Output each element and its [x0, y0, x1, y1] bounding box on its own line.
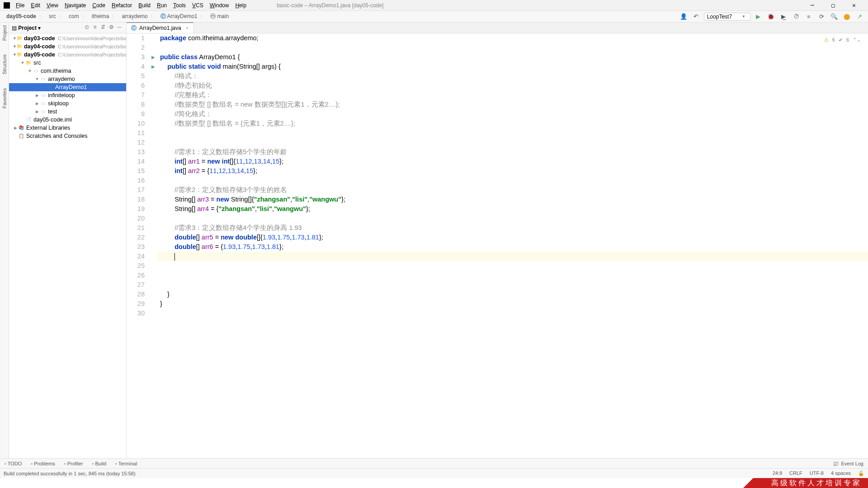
- search-icon[interactable]: 🔍: [829, 12, 839, 22]
- project-view-select[interactable]: ▤ Project ▾: [12, 25, 41, 31]
- code-line-14[interactable]: int[] arr1 = new int[]{11,12,13,14,15};: [157, 157, 868, 166]
- crumb-method[interactable]: ⓜ main: [208, 13, 231, 20]
- crumb-com[interactable]: com〉: [66, 13, 89, 19]
- bottom-tab-terminal[interactable]: ▫ Terminal: [111, 459, 142, 469]
- code-line-8[interactable]: //数据类型 [] 数组名 = new 数据类型[]{元素1，元素2....};: [157, 100, 868, 109]
- close-tab-icon[interactable]: ×: [186, 25, 189, 31]
- code-line-30[interactable]: [157, 309, 868, 318]
- menu-code[interactable]: Code: [89, 0, 108, 11]
- code-line-27[interactable]: [157, 280, 868, 290]
- menu-file[interactable]: File: [13, 0, 28, 11]
- structure-tool-tab[interactable]: Structure: [2, 54, 7, 75]
- file-encoding[interactable]: UTF-8: [810, 470, 824, 476]
- code-line-5[interactable]: //格式：: [157, 71, 868, 81]
- code-line-15[interactable]: int[] arr2 = {11,12,13,14,15};: [157, 166, 868, 176]
- editor-inspections[interactable]: ⚠6 ✔6 ⌃⌄: [824, 35, 861, 45]
- menu-view[interactable]: View: [43, 0, 61, 11]
- menu-window[interactable]: Window: [207, 0, 232, 11]
- code-line-21[interactable]: //需求3：定义数组存储4个学生的身高 1.93: [157, 223, 868, 233]
- code-line-1[interactable]: package com.itheima.arraydemo;: [157, 33, 868, 43]
- crumb-arraydemo[interactable]: arraydemo〉: [119, 13, 157, 19]
- run-button[interactable]: ▶: [753, 12, 763, 22]
- crumb-src[interactable]: src〉: [46, 13, 66, 19]
- tree-node-External Libraries[interactable]: ▶📚External Libraries: [9, 124, 126, 132]
- debug-button[interactable]: 🐞: [766, 12, 776, 22]
- code-line-4[interactable]: public static void main(String[] args) {: [157, 62, 868, 71]
- crumb-project[interactable]: day05-code〉: [4, 13, 46, 20]
- code-line-16[interactable]: [157, 176, 868, 185]
- menu-vcs[interactable]: VCS: [189, 0, 207, 11]
- bottom-tab-build[interactable]: ▫ Build: [88, 459, 111, 469]
- stop-button[interactable]: ■: [804, 12, 814, 22]
- readonly-toggle[interactable]: 🔓: [858, 470, 864, 476]
- menu-refactor[interactable]: Refactor: [108, 0, 135, 11]
- code-line-2[interactable]: [157, 43, 868, 52]
- tree-node-src[interactable]: ▼📁src: [9, 59, 126, 67]
- code-line-13[interactable]: //需求1：定义数组存储5个学生的年龄: [157, 147, 868, 157]
- code-line-17[interactable]: //需求2：定义数组存储3个学生的姓名: [157, 185, 868, 195]
- bottom-tab-profiler[interactable]: ▫ Profiler: [60, 459, 88, 469]
- coverage-button[interactable]: ▶̲: [778, 12, 788, 22]
- code-line-18[interactable]: String[] arr3 = new String[]{"zhangsan",…: [157, 195, 868, 204]
- tree-node-skiploop[interactable]: ▶▭skiploop: [9, 99, 126, 108]
- code-line-6[interactable]: //静态初始化: [157, 81, 868, 90]
- code-line-12[interactable]: [157, 138, 868, 147]
- ide-help-icon[interactable]: ⬤: [842, 12, 852, 22]
- indent-setting[interactable]: 4 spaces: [831, 470, 851, 476]
- caret-position[interactable]: 24:9: [773, 470, 782, 476]
- profiler-button[interactable]: ⏱: [791, 12, 801, 22]
- menu-run[interactable]: Run: [154, 0, 170, 11]
- line-separator[interactable]: CRLF: [789, 470, 802, 476]
- project-tool-tab[interactable]: Project: [2, 25, 7, 41]
- select-opened-file-icon[interactable]: ⊙: [83, 24, 91, 32]
- code-line-28[interactable]: }: [157, 290, 868, 299]
- code-line-3[interactable]: public class ArrayDemo1 {: [157, 52, 868, 62]
- collapse-all-icon[interactable]: ⇵: [99, 24, 107, 32]
- menu-edit[interactable]: Edit: [28, 0, 43, 11]
- tree-node-test[interactable]: ▶▭test: [9, 108, 126, 116]
- crumb-class[interactable]: Ⓒ ArrayDemo1〉: [158, 13, 208, 20]
- code-line-25[interactable]: [157, 261, 868, 271]
- close-button[interactable]: ✕: [844, 0, 864, 11]
- settings-icon[interactable]: ⚙: [107, 24, 115, 32]
- minimize-button[interactable]: ─: [802, 0, 823, 11]
- code-editor[interactable]: 1234567891011121314151617181920212223242…: [127, 33, 868, 458]
- code-line-29[interactable]: }: [157, 299, 868, 309]
- code-line-10[interactable]: //数据类型 [] 数组名 = {元素1，元素2....};: [157, 119, 868, 128]
- tree-node-day05-code.iml[interactable]: 📄day05-code.iml: [9, 116, 126, 124]
- code-line-22[interactable]: double[] arr5 = new double[]{1.93,1.75,1…: [157, 233, 868, 242]
- run-config-select[interactable]: LoopTest7▼: [704, 13, 750, 21]
- tree-node-Scratches and Consoles[interactable]: 📋Scratches and Consoles: [9, 132, 126, 140]
- bottom-tab-todo[interactable]: ▫ TODO: [0, 459, 26, 469]
- tree-node-com.itheima[interactable]: ▼▭com.itheima: [9, 67, 126, 75]
- project-tree[interactable]: ▼📁day03-codeC:\Users\moon\IdeaProjects\b…: [9, 33, 126, 458]
- hide-panel-icon[interactable]: ─: [115, 24, 123, 32]
- tree-node-day05-code[interactable]: ▼📁day05-codeC:\Users\moon\IdeaProjects\b…: [9, 51, 126, 59]
- code-line-26[interactable]: [157, 271, 868, 280]
- crumb-itheima[interactable]: itheima〉: [89, 13, 119, 19]
- favorites-tool-tab[interactable]: Favorites: [2, 88, 7, 108]
- editor-tab[interactable]: ⒸArrayDemo1.java×: [127, 22, 193, 33]
- event-log-tab[interactable]: 📰 Event Log: [828, 459, 868, 469]
- code-line-24[interactable]: [157, 252, 868, 261]
- tree-node-ArrayDemo1[interactable]: ⒸArrayDemo1: [9, 83, 126, 91]
- expand-all-icon[interactable]: ≡: [91, 24, 99, 32]
- bottom-tab-problems[interactable]: ▫ Problems: [26, 459, 59, 469]
- menu-tools[interactable]: Tools: [170, 0, 189, 11]
- code-line-7[interactable]: //完整格式：: [157, 90, 868, 100]
- menu-help[interactable]: Help: [232, 0, 250, 11]
- ide-updates-icon[interactable]: ↗: [854, 12, 864, 22]
- run-gutter[interactable]: ▶▶: [149, 33, 157, 458]
- menu-navigate[interactable]: Navigate: [61, 0, 89, 11]
- code-line-23[interactable]: double[] arr6 = {1.93,1.75,1.73,1.81};: [157, 242, 868, 252]
- tree-node-arraydemo[interactable]: ▼▭arraydemo: [9, 75, 126, 83]
- code-line-11[interactable]: [157, 128, 868, 138]
- update-button[interactable]: ⟳: [816, 12, 826, 22]
- tree-node-infiniteloop[interactable]: ▶▭infiniteloop: [9, 91, 126, 99]
- add-config-icon[interactable]: 👤: [679, 12, 689, 22]
- code-line-19[interactable]: String[] arr4 = {"zhangsan","lisi","wang…: [157, 204, 868, 214]
- menu-build[interactable]: Build: [135, 0, 154, 11]
- back-nav-icon[interactable]: ↶: [691, 12, 701, 22]
- tree-node-day03-code[interactable]: ▼📁day03-codeC:\Users\moon\IdeaProjects\b…: [9, 34, 126, 42]
- code-line-20[interactable]: [157, 214, 868, 223]
